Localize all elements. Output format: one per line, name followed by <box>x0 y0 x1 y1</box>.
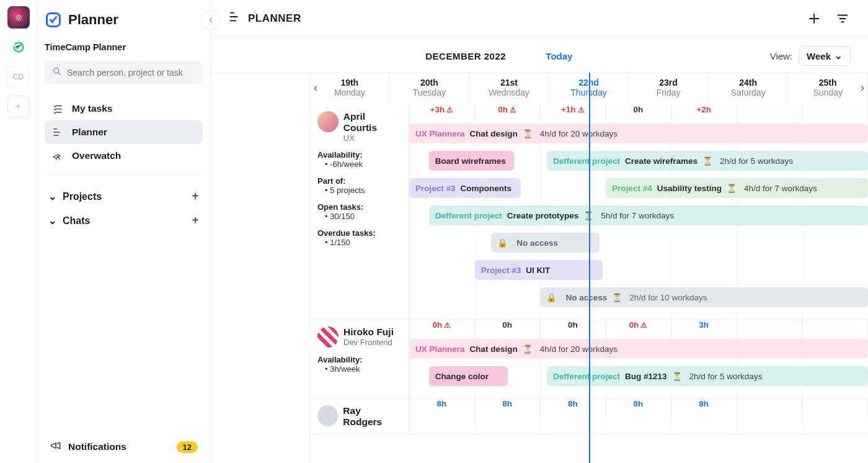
task-duration: 2h/d for 5 workdays <box>689 372 763 381</box>
task-name: Board wireframes <box>435 156 506 166</box>
day-header[interactable]: 20thTuesday <box>390 73 470 105</box>
day-header[interactable]: 24thSaturday <box>709 73 789 105</box>
person-name: Hiroko Fuji <box>343 326 394 338</box>
nav-label: Planner <box>72 127 107 138</box>
availability-label: Availability: <box>317 355 401 364</box>
notifications-label[interactable]: Notifications <box>68 441 126 452</box>
person-name: April Courtis <box>343 111 401 133</box>
task-project: UX Plannera <box>415 344 465 354</box>
overdue-label: Overdue tasks: <box>317 228 401 238</box>
hours-cell: +3h <box>409 105 475 122</box>
task-project: UX Plannera <box>415 129 465 138</box>
add-project-button[interactable]: + <box>192 189 199 204</box>
workspace-tile[interactable]: ◎ <box>7 6 30 29</box>
day-date: 19th <box>310 78 389 88</box>
task-bar[interactable]: No access <box>491 233 599 253</box>
task-bar[interactable]: Defferent projectCreate wireframes2h/d f… <box>547 151 868 171</box>
prev-week-button[interactable]: ‹ <box>314 81 317 94</box>
collapse-sidebar-button[interactable]: ‹ <box>201 10 221 30</box>
nav-overwatch[interactable]: Overwatch <box>45 144 203 168</box>
day-dow: Friday <box>629 88 708 97</box>
day-header[interactable]: 25thSunday <box>788 73 868 105</box>
day-date: 20th <box>390 78 469 88</box>
hours-cell: 8h <box>475 399 541 416</box>
nav-my-tasks[interactable]: My tasks <box>45 97 203 120</box>
day-date: 25th <box>788 78 867 88</box>
timecamp-tile[interactable] <box>7 36 30 58</box>
hours-cell: 8h <box>409 399 475 416</box>
telescope-icon <box>52 150 64 161</box>
day-dow: Saturday <box>709 88 788 97</box>
add-button[interactable] <box>806 11 822 27</box>
nav-label: My tasks <box>72 103 112 114</box>
hours-cell: 0h <box>606 320 671 338</box>
section-label: Chats <box>63 215 90 227</box>
next-week-button[interactable]: › <box>861 81 864 94</box>
partof-label: Part of: <box>317 176 401 186</box>
hours-cell <box>802 105 868 122</box>
chevron-down-icon: ⌄ <box>48 191 56 202</box>
chevron-down-icon: ⌄ <box>48 215 56 227</box>
person-role: UX <box>343 133 401 143</box>
section-label: Projects <box>63 191 102 202</box>
task-name: Chat design <box>470 129 518 138</box>
hours-cell <box>737 320 803 338</box>
view-select[interactable]: Week ⌄ <box>799 46 851 66</box>
task-bar[interactable]: Project #3UI KIT <box>475 260 603 280</box>
person-name: Ray Rodgers <box>343 405 401 428</box>
search-field[interactable] <box>67 68 195 78</box>
task-bar[interactable]: UX PlanneraChat design4h/d for 20 workda… <box>409 124 868 143</box>
person-role: Dev Frontend <box>343 338 394 347</box>
add-workspace-button[interactable]: + <box>7 96 30 118</box>
task-duration: 4h/d for 7 workdays <box>744 184 817 193</box>
cd-tile[interactable]: CD <box>7 66 30 88</box>
person-card[interactable]: Ray Rodgers <box>310 399 409 434</box>
task-bar[interactable]: Defferent projectCreate prototypes5h/d f… <box>429 205 868 225</box>
task-name: Chat design <box>470 344 518 354</box>
brand-logo-icon <box>45 11 62 29</box>
day-header[interactable]: 23rdFriday <box>629 73 709 105</box>
day-header[interactable]: 21stWednsday <box>469 73 549 105</box>
task-bar[interactable]: UX PlanneraChat design4h/d for 20 workda… <box>409 339 868 359</box>
nav-planner[interactable]: Planner <box>45 120 203 144</box>
task-duration: 4h/d for 20 workdays <box>540 344 618 354</box>
partof-value: • 5 projects <box>325 186 401 195</box>
hourglass-icon <box>612 293 622 302</box>
lock-icon <box>497 238 512 248</box>
add-chat-button[interactable]: + <box>192 214 199 228</box>
brand-title: Planner <box>68 12 118 28</box>
person-card[interactable]: April CourtisUXAvailability:• -6h/weekPa… <box>310 105 409 320</box>
day-dow: Wednsday <box>469 88 549 97</box>
task-name: UI KIT <box>526 266 550 275</box>
brand: Planner <box>45 11 203 29</box>
task-name: No access <box>565 293 607 302</box>
day-header[interactable]: 19thMonday <box>310 73 390 105</box>
task-bar[interactable]: Change color <box>429 366 508 386</box>
today-link[interactable]: Today <box>546 51 572 61</box>
hours-cell <box>802 399 868 416</box>
person-card[interactable]: Hiroko FujiDev FrontendAvailability:• 3h… <box>310 320 409 398</box>
task-bar[interactable]: Project #3Components <box>409 178 521 198</box>
day-date: 21st <box>469 78 549 88</box>
task-duration: 2h/d for 10 workdays <box>629 293 707 302</box>
task-duration: 2h/d for 5 workdays <box>720 156 793 166</box>
today-marker <box>589 105 590 463</box>
task-duration: 5h/d for 7 workdays <box>601 211 674 220</box>
today-marker <box>589 73 590 105</box>
planner-icon <box>228 10 242 27</box>
filter-icon[interactable] <box>835 11 851 27</box>
open-label: Open tasks: <box>317 202 401 212</box>
task-bar[interactable]: Defferent projectBug #12132h/d for 5 wor… <box>547 366 868 386</box>
task-name: Change color <box>435 372 489 381</box>
avatar <box>317 111 339 132</box>
task-project: Project #3 <box>481 266 521 275</box>
view-label: View: <box>770 51 792 61</box>
hours-cell: 0h <box>409 320 475 338</box>
section-projects[interactable]: ⌄ Projects + <box>45 184 203 209</box>
section-chats[interactable]: ⌄ Chats + <box>45 209 203 233</box>
task-bar[interactable]: Board wireframes <box>429 151 514 171</box>
overdue-value: • 1/150 <box>325 238 401 247</box>
task-bar[interactable]: Project #4Usability testing4h/d for 7 wo… <box>606 178 868 198</box>
search-input[interactable] <box>45 61 203 84</box>
day-date: 24th <box>709 78 788 88</box>
